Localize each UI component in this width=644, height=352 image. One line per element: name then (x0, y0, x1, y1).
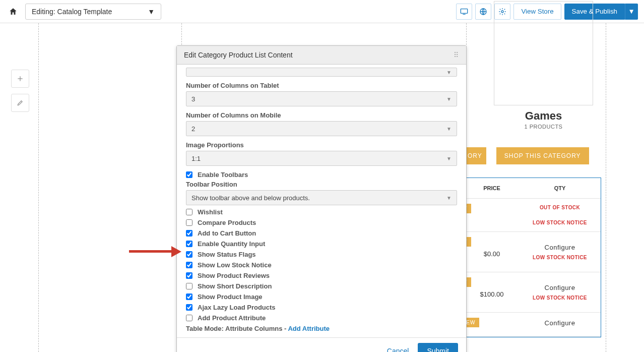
short-desc-checkbox[interactable] (186, 283, 192, 289)
add-attr-label: Add Product Attribute (198, 314, 266, 322)
grid-guide (606, 23, 606, 352)
svg-rect-0 (461, 9, 468, 13)
table-row: NEW Configure (464, 313, 601, 337)
low-stock-checkbox[interactable] (186, 262, 192, 268)
home-icon[interactable] (6, 5, 20, 19)
field-select-truncated[interactable]: ▼ (186, 68, 457, 77)
modal-header[interactable]: Edit Category Product List Content ⠿ (177, 46, 466, 65)
enable-qty-checkbox[interactable] (186, 241, 192, 247)
qty-header: QTY (520, 185, 600, 191)
preview-icon[interactable] (456, 4, 472, 20)
edit-category-modal: Edit Category Product List Content ⠿ ▼ N… (176, 45, 467, 352)
low-stock-label: LOW STOCK NOTICE (520, 219, 600, 226)
chevron-down-icon: ▼ (446, 156, 452, 161)
cols-mobile-select[interactable]: 2 ▼ (186, 121, 457, 136)
image-prop-value: 1:1 (191, 155, 201, 162)
compare-checkbox[interactable] (186, 219, 192, 226)
low-stock-label: LOW STOCK NOTICE (520, 295, 600, 301)
table-row: W OUT OF STOCK LOW STOCK NOTICE (464, 199, 601, 232)
qty-cell: Configure LOW STOCK NOTICE (520, 244, 600, 261)
chevron-down-icon: ▼ (446, 195, 452, 201)
cols-mobile-label: Number of Columns on Mobile (186, 111, 457, 119)
lazy-load-label: Ajax Lazy Load Products (198, 304, 276, 311)
save-publish-dropdown[interactable]: ▼ (625, 4, 638, 20)
price-header: PRICE (464, 185, 520, 191)
add-attribute-link[interactable]: Add Attribute (288, 325, 330, 332)
modal-title: Edit Category Product List Content (184, 51, 293, 59)
category-subtitle: 1 PRODUCTS (494, 124, 593, 130)
cols-tablet-select[interactable]: 3 ▼ (186, 91, 457, 106)
toolbar-pos-label: Toolbar Position (186, 181, 457, 188)
workspace: Games 1 PRODUCTS ORY SHOP THIS CATEGORY … (0, 23, 644, 352)
modal-body: ▼ Number of Columns on Tablet 3 ▼ Number… (177, 65, 466, 337)
price-cell (464, 213, 520, 217)
chevron-down-icon: ▼ (148, 8, 155, 16)
add-attr-checkbox[interactable] (186, 315, 192, 321)
price-cell: $100.00 (464, 286, 520, 298)
low-stock-label: Show Low Stock Notice (198, 261, 272, 269)
cols-tablet-label: Number of Columns on Tablet (186, 82, 457, 89)
status-flags-checkbox[interactable] (186, 251, 192, 258)
reviews-label: Show Product Reviews (198, 272, 270, 279)
drag-grip-icon[interactable]: ⠿ (454, 51, 459, 59)
table-mode-row: Table Mode: Attribute Columns - Add Attr… (186, 325, 457, 332)
add-cart-checkbox[interactable] (186, 230, 192, 237)
qty-cell: Configure LOW STOCK NOTICE (520, 284, 600, 301)
lazy-load-checkbox[interactable] (186, 304, 192, 311)
image-prop-label: Image Proportions (186, 141, 457, 149)
out-of-stock-label: OUT OF STOCK (520, 205, 600, 210)
submit-button[interactable]: Submit (418, 343, 458, 352)
editing-template-label: Editing: Catalog Template (32, 8, 112, 16)
product-image-checkbox[interactable] (186, 294, 192, 300)
price-cell: $0.00 (464, 246, 520, 258)
product-table: PRICE QTY W OUT OF STOCK LOW STOCK NOTIC… (464, 178, 601, 337)
table-mode-prefix: Table Mode: Attribute Columns - (186, 325, 288, 332)
configure-label: Configure (520, 244, 600, 251)
qty-cell: Configure (520, 319, 600, 330)
modal-footer: Cancel Submit (177, 337, 466, 352)
enable-qty-label: Enable Quantity Input (198, 240, 265, 248)
toolbar-pos-value: Show toolbar above and below products. (191, 194, 310, 202)
configure-label: Configure (520, 284, 600, 291)
grid-guide (38, 23, 39, 352)
shop-category-button-partial[interactable]: ORY (464, 147, 486, 164)
short-desc-label: Show Short Description (198, 282, 272, 290)
wishlist-checkbox[interactable] (186, 209, 192, 215)
chevron-down-icon: ▼ (446, 70, 452, 75)
category-thumbnail (494, 1, 593, 105)
table-row: W $100.00 Configure LOW STOCK NOTICE (464, 272, 601, 313)
image-prop-select[interactable]: 1:1 ▼ (186, 151, 457, 166)
status-flags-label: Show Status Flags (198, 251, 256, 258)
enable-toolbars-label: Enable Toolbars (198, 171, 248, 179)
add-cart-label: Add to Cart Button (198, 229, 256, 237)
product-image-label: Show Product Image (198, 293, 263, 301)
edit-block-button[interactable] (11, 94, 29, 112)
enable-toolbars-checkbox[interactable] (186, 171, 192, 178)
category-title: Games (494, 109, 593, 123)
globe-icon[interactable] (475, 4, 491, 20)
wishlist-label: Wishlist (198, 208, 223, 216)
qty-cell: OUT OF STOCK LOW STOCK NOTICE (520, 205, 600, 226)
reviews-checkbox[interactable] (186, 272, 192, 279)
compare-label: Compare Products (198, 219, 256, 226)
left-toolbar (11, 70, 29, 112)
chevron-down-icon: ▼ (446, 96, 452, 102)
cols-mobile-value: 2 (191, 125, 195, 133)
table-header: PRICE QTY (464, 178, 601, 199)
shop-category-button[interactable]: SHOP THIS CATEGORY (496, 147, 589, 164)
toolbar-pos-select[interactable]: Show toolbar above and below products. ▼ (186, 190, 457, 205)
editing-template-select[interactable]: Editing: Catalog Template ▼ (25, 4, 161, 20)
chevron-down-icon: ▼ (446, 126, 452, 132)
table-row: W $0.00 Configure LOW STOCK NOTICE (464, 232, 601, 272)
add-block-button[interactable] (11, 70, 29, 88)
configure-label: Configure (520, 319, 600, 327)
cols-tablet-value: 3 (191, 95, 195, 103)
cancel-button[interactable]: Cancel (387, 347, 409, 352)
low-stock-label: LOW STOCK NOTICE (520, 254, 600, 261)
